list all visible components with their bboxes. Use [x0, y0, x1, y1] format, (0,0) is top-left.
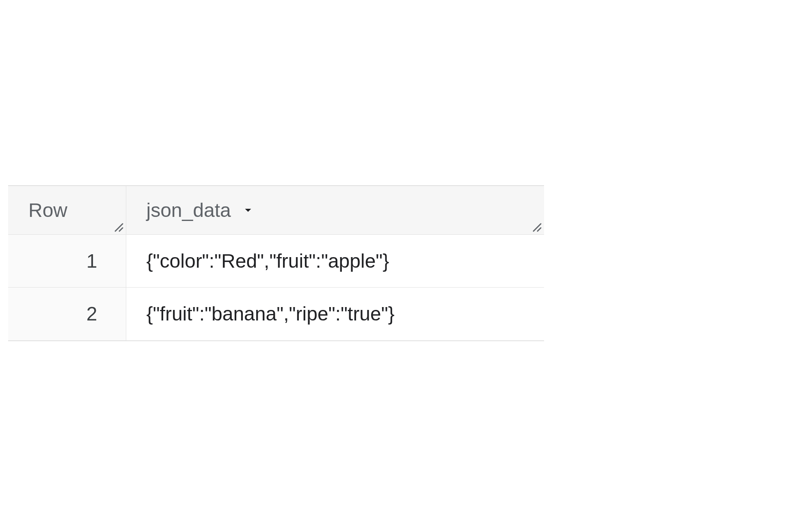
svg-line-0 — [115, 224, 123, 231]
json-data-cell[interactable]: {"fruit":"banana","ripe":"true"} — [126, 288, 544, 340]
column-header-json-data-label: json_data — [147, 199, 231, 221]
column-header-row-label: Row — [28, 199, 67, 221]
table-row: 1 {"color":"Red","fruit":"apple"} — [8, 235, 544, 288]
caret-down-icon — [241, 203, 255, 217]
table-header-row: Row json_data — [8, 186, 544, 235]
column-header-row[interactable]: Row — [8, 186, 126, 235]
results-table: Row json_data — [8, 186, 544, 340]
results-table-container: Row json_data — [8, 185, 544, 341]
svg-line-3 — [538, 228, 541, 231]
column-header-json-data[interactable]: json_data — [126, 186, 544, 235]
table-row: 2 {"fruit":"banana","ripe":"true"} — [8, 288, 544, 340]
svg-line-1 — [119, 228, 123, 231]
resize-handle-icon — [530, 221, 542, 232]
resize-handle-icon — [112, 221, 123, 232]
row-index-cell: 2 — [8, 288, 126, 340]
row-index-cell: 1 — [8, 235, 126, 288]
json-data-cell[interactable]: {"color":"Red","fruit":"apple"} — [126, 235, 544, 288]
svg-line-2 — [533, 224, 541, 231]
